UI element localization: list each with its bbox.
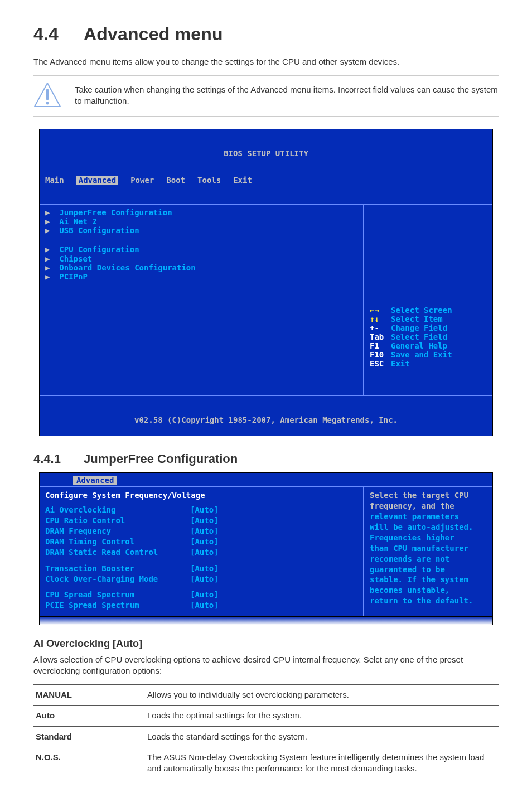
caution-text: Take caution when changing the settings … — [75, 84, 499, 107]
bios-help-line: F1General Help — [370, 341, 487, 350]
bios-detail-row: Transaction Booster[Auto] — [45, 563, 357, 574]
bios-help-line: TabSelect Field — [370, 332, 487, 341]
bios-help-line: F10Save and Exit — [370, 350, 487, 359]
bios-desc-line: Frequencies higher — [370, 533, 487, 543]
bios-help-line: ←→Select Screen — [370, 306, 487, 315]
bios-help-panel: ←→Select Screen↑↓Select Item+-Change Fie… — [364, 205, 492, 395]
bios-detail-row: DRAM Frequency[Auto] — [45, 526, 357, 537]
subsection-number: 4.4.1 — [33, 451, 84, 467]
option-heading: AI Overclocking [Auto] — [33, 637, 499, 650]
option-desc: Allows you to individually set overclock… — [145, 685, 499, 706]
bios-detail-description: Select the target CPUfrequency, and ther… — [364, 487, 492, 616]
bios-footer: v02.58 (C)Copyright 1985-2007, American … — [40, 414, 492, 427]
bios-detail-left: Configure System Frequency/Voltage Ai Ov… — [40, 487, 364, 616]
bios-desc-line: stable. If the system — [370, 574, 487, 585]
bios-desc-line: frequency, and the — [370, 501, 487, 511]
option-key: Standard — [33, 726, 145, 747]
option-key: MANUAL — [33, 685, 145, 706]
bios-detail-row: DRAM Timing Control[Auto] — [45, 537, 357, 547]
bios-help-line: ESCExit — [370, 359, 487, 368]
table-row: N.O.S.The ASUS Non-delay Overclocking Sy… — [33, 747, 499, 779]
bios-desc-line: recomends are not — [370, 554, 487, 564]
bios-menu-tabs: MainAdvancedPowerBootToolsExit — [40, 176, 492, 186]
bios-detail-row: Clock Over-Charging Mode[Auto] — [45, 574, 357, 584]
option-key: N.O.S. — [33, 747, 145, 779]
caution-icon — [33, 81, 61, 109]
bios-desc-line: will be auto-adjusted. — [370, 522, 487, 533]
bios-item: ▶ CPU Configuration — [45, 245, 357, 254]
option-desc: Loads the standard settings for the syst… — [145, 726, 499, 747]
bios-tab-exit: Exit — [233, 176, 252, 185]
bios-title: BIOS SETUP UTILITY — [40, 148, 492, 158]
bios-detail-row: DRAM Static Read Control[Auto] — [45, 547, 357, 558]
options-table: MANUALAllows you to individually set ove… — [33, 684, 499, 779]
bios-detail-row: CPU Ratio Control[Auto] — [45, 515, 357, 526]
option-key: Auto — [33, 706, 145, 726]
bios-detail-row: Ai Overclocking[Auto] — [45, 505, 357, 515]
bios-detail-row: CPU Spread Spectrum[Auto] — [45, 590, 357, 600]
bios-item: ▶ Onboard Devices Configuration — [45, 263, 357, 272]
bios-item: ▶ Ai Net 2 — [45, 217, 357, 226]
bios-tab-tools: Tools — [197, 176, 221, 185]
bios-main-screenshot: BIOS SETUP UTILITY MainAdvancedPowerBoot… — [39, 129, 493, 436]
section-heading: 4.4Advanced menu — [33, 22, 499, 46]
option-body: Allows selection of CPU overclocking opt… — [33, 654, 499, 677]
bios-item: ▶ Chipset — [45, 254, 357, 263]
table-row: AutoLoads the optimal settings for the s… — [33, 706, 499, 726]
bios-tab-boot: Boot — [166, 176, 185, 185]
bios-desc-line: becomes unstable, — [370, 585, 487, 596]
bios-tab-advanced: Advanced — [76, 176, 118, 185]
bios-fade — [39, 617, 493, 625]
section-title: Advanced menu — [84, 24, 223, 44]
bios-item: ▶ JumperFree Configuration — [45, 208, 357, 217]
bios-help-line: +-Change Field — [370, 323, 487, 332]
bios-tab-power: Power — [130, 176, 154, 185]
bios-desc-line: relevant parameters — [370, 511, 487, 522]
option-desc: Loads the optimal settings for the syste… — [145, 706, 499, 726]
bios-desc-line: return to the default. — [370, 596, 487, 606]
bios-item: ▶ USB Configuration — [45, 226, 357, 235]
bios-help-line: ↑↓Select Item — [370, 315, 487, 323]
bios-detail-screenshot: Advanced Configure System Frequency/Volt… — [39, 472, 493, 617]
section-number: 4.4 — [33, 22, 84, 46]
intro-paragraph: The Advanced menu items allow you to cha… — [33, 56, 499, 67]
bios-desc-line: Select the target CPU — [370, 490, 487, 501]
svg-point-2 — [46, 102, 49, 105]
caution-banner: Take caution when changing the settings … — [33, 75, 499, 117]
table-row: StandardLoads the standard settings for … — [33, 726, 499, 747]
option-desc: The ASUS Non-delay Overclocking System f… — [145, 747, 499, 779]
subsection-title: JumperFree Configuration — [84, 452, 238, 466]
bios-tab-main: Main — [45, 176, 64, 185]
bios-detail-tab-label: Advanced — [73, 476, 117, 485]
bios-desc-line: than CPU manufacturer — [370, 543, 487, 554]
table-row: MANUALAllows you to individually set ove… — [33, 685, 499, 706]
bios-left-panel: ▶ JumperFree Configuration▶ Ai Net 2▶ US… — [40, 205, 364, 395]
bios-detail-tab: Advanced — [40, 473, 492, 486]
bios-detail-header: Configure System Frequency/Voltage — [45, 490, 357, 503]
subsection-heading: 4.4.1JumperFree Configuration — [33, 451, 499, 467]
bios-item: ▶ PCIPnP — [45, 272, 357, 281]
bios-detail-row: PCIE Spread Spectrum[Auto] — [45, 600, 357, 611]
bios-desc-line: guaranteed to be — [370, 564, 487, 575]
